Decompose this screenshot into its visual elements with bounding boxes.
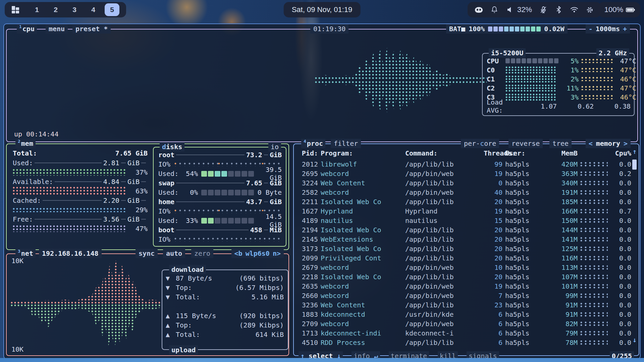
process-row[interactable]: 3224 Web Content /app/lib/lib 0 ha5pls 3… — [298, 178, 631, 188]
menu-button[interactable]: menu — [46, 24, 68, 34]
process-row[interactable]: 1627 Hyprland Hyprland 19 ha5pls 166M 0.… — [298, 206, 631, 216]
process-cpu-graph — [580, 237, 608, 242]
sync-button[interactable]: sync — [136, 249, 158, 258]
process-row[interactable]: 2660 webcord /app/bin/web 7 ha5pls 99M 0… — [298, 291, 631, 300]
cpu-temp-graph — [581, 59, 613, 63]
app-launcher-icon[interactable] — [11, 6, 19, 14]
proc-box-title[interactable]: 4 proc — [301, 139, 325, 148]
process-cpu-graph — [580, 171, 608, 176]
cpu-box-number: 1 — [19, 22, 22, 32]
process-row[interactable]: 1713 kdeconnect-indi kdeconnect-i 6 ha5p… — [298, 328, 631, 338]
discord-icon[interactable] — [475, 6, 483, 14]
scrollbar-thumb[interactable] — [632, 160, 637, 170]
col-program[interactable]: Program: — [321, 149, 402, 157]
zero-button[interactable]: zero — [191, 249, 213, 258]
workspace-button[interactable]: 4 — [86, 3, 101, 16]
workspace-button[interactable]: 3 — [67, 3, 82, 16]
sort-next-button[interactable]: > — [624, 139, 628, 148]
scroll-down-button[interactable]: ↓ — [632, 336, 637, 344]
disk-io-graph — [174, 238, 282, 241]
process-row[interactable]: 1883 kdeconnectd /usr/bin/kde 6 ha5pls 9… — [298, 310, 631, 319]
sort-prev-button[interactable]: < — [589, 139, 593, 148]
update-interval: - 1000ms + — [586, 24, 630, 34]
disk-used-row: Used: 33% 14.5 GiB — [158, 216, 282, 225]
sort-selector[interactable]: < memory > — [586, 139, 631, 148]
process-cpu-graph — [580, 162, 608, 167]
workspace-button[interactable]: 1 — [30, 3, 44, 16]
battery-indicator[interactable]: 100% — [598, 2, 640, 17]
col-command[interactable]: Command: — [405, 149, 481, 157]
process-row[interactable]: 2635 webcord /app/bin/web 19 ha5pls 101M… — [298, 282, 631, 291]
battery-status: BAT■ 100% 0.02W — [446, 24, 568, 34]
upload-rows: ▲ 115 Byte/s (920 bitps) ▲ Top: (289 Kib… — [166, 311, 284, 339]
tree-toggle[interactable]: tree — [549, 139, 572, 148]
mem-box-number: 2 — [18, 137, 20, 146]
process-row[interactable]: 4189 nautilus nautilus 15 ha5pls 150M 0.… — [298, 216, 631, 225]
upload-graph — [11, 304, 161, 349]
col-threads[interactable]: Threads: — [484, 149, 502, 157]
interface-switcher[interactable]: <b wlp6s0 n> — [231, 249, 284, 258]
wifi-icon[interactable] — [570, 6, 578, 14]
process-cpu-graph — [580, 331, 608, 336]
prev-interface-button[interactable]: <b — [234, 249, 243, 258]
next-interface-button[interactable]: n> — [273, 249, 281, 258]
reverse-toggle[interactable]: reverse — [508, 139, 543, 148]
mem-usage-graph — [13, 208, 127, 212]
col-cpu[interactable]: Cpu% — [613, 149, 631, 157]
network-graph — [11, 259, 161, 349]
process-row[interactable]: 3236 Web Content /app/lib/lib 23 ha5pls … — [298, 300, 631, 310]
auto-button[interactable]: auto — [163, 249, 185, 258]
mem-total-row: Total: 7.65 GiB — [13, 148, 148, 158]
disk-used-meter — [201, 171, 254, 177]
gear-icon[interactable] — [586, 6, 594, 14]
mem-box-title[interactable]: 2 mem — [15, 139, 36, 148]
clock-readout: 01:19:30 — [310, 24, 348, 34]
per-core-toggle[interactable]: per-core — [461, 139, 499, 148]
core-usage-graph — [505, 75, 556, 82]
bluetooth-icon[interactable] — [555, 6, 563, 14]
filter-button[interactable]: filter — [331, 139, 361, 148]
uptime: up 00:14:44 — [14, 130, 58, 138]
col-pid[interactable]: Pid: — [298, 149, 318, 157]
process-cpu-graph — [580, 190, 608, 195]
process-row[interactable]: 3173 Isolated Web Co /app/lib/lib 20 ha5… — [298, 244, 631, 253]
process-row[interactable]: 4510 RDD Process /app/lib/lib 6 ha5pls 7… — [298, 338, 631, 347]
down-arrow-icon: ▼ — [166, 284, 172, 292]
process-row[interactable]: 2582 webcord /app/bin/web 40 ha5pls 191M… — [298, 188, 631, 197]
download-title: download — [169, 265, 206, 274]
process-cpu-graph — [580, 265, 608, 270]
scroll-up-button[interactable]: ↑ — [632, 147, 637, 156]
disks-io-toggle[interactable]: io — [268, 142, 281, 152]
cpu-box-title[interactable]: 1 cpu — [17, 24, 37, 34]
workspace-button[interactable]: 2 — [48, 3, 63, 16]
interval-decrease-button[interactable]: - — [589, 24, 593, 34]
volume-icon[interactable] — [506, 6, 514, 14]
process-row[interactable]: 2099 Privileged Cont /app/lib/lib 20 ha5… — [298, 253, 631, 263]
col-mem[interactable]: MemB — [552, 149, 578, 157]
process-row[interactable]: 2012 librewolf /app/lib/lib 99 ha5pls 42… — [298, 160, 631, 169]
disks-box-title[interactable]: disks — [160, 142, 184, 152]
process-cpu-graph — [580, 199, 608, 204]
bell-icon[interactable] — [490, 6, 498, 14]
workspace-button[interactable]: 5 — [105, 3, 119, 16]
process-row[interactable]: 2145 WebExtensions /app/lib/lib 20 ha5pl… — [298, 235, 631, 244]
process-row[interactable]: 2679 webcord /app/bin/web 10 ha5pls 113M… — [298, 263, 631, 272]
preset-button[interactable]: preset * — [72, 24, 111, 34]
interval-increase-button[interactable]: + — [623, 24, 627, 34]
download-rows: ▼ 87 Byte/s (696 bitps) ▼ Top: (6.57 Mib… — [166, 274, 284, 302]
process-row[interactable]: 2211 Isolated Web Co /app/lib/lib 20 ha5… — [298, 197, 631, 206]
process-cpu-graph — [580, 209, 608, 214]
net-box: 3 net 192.168.16.148 sync auto zero <b w… — [6, 253, 289, 356]
disks-box: disks io root 73.2 GiB IO% Used: 54% 39.… — [153, 147, 286, 247]
process-row[interactable]: 2194 Isolated Web Co /app/lib/lib 20 ha5… — [298, 225, 631, 235]
process-row[interactable]: 2695 webcord /app/bin/web 19 ha5pls 363M… — [298, 169, 631, 178]
process-row[interactable]: 2709 webcord /app/bin/web 6 ha5pls 82M 0… — [298, 319, 631, 328]
process-cpu-graph — [580, 284, 608, 289]
col-user[interactable]: User: — [505, 149, 549, 157]
clock[interactable]: Sat, 09 Nov, 01:19 — [284, 2, 361, 17]
process-cpu-graph — [580, 228, 608, 233]
mic-muted-icon[interactable] — [539, 6, 547, 14]
transfer-box: download ▼ 87 Byte/s (696 bitps) ▼ Top: … — [162, 269, 288, 350]
process-row[interactable]: 2218 Isolated Web Co /app/lib/lib 20 ha5… — [298, 272, 631, 282]
battery-level: 100% — [604, 5, 623, 14]
